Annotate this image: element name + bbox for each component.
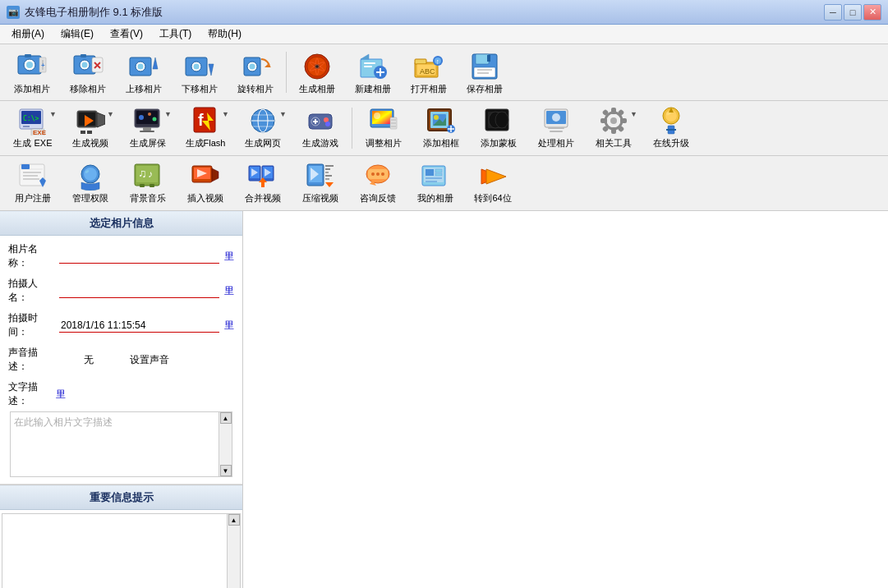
toolbar-sep2	[352, 108, 352, 149]
svg-point-68	[153, 117, 157, 122]
title-text: 友锋电子相册制作 9.1 标准版	[25, 5, 163, 20]
photographer-input[interactable]	[59, 284, 219, 298]
gen-video-label: 生成视频	[72, 137, 108, 149]
btn-bg-music[interactable]: ♫ ♪ 背景音乐	[120, 159, 176, 207]
btn-related-tools[interactable]: ▼ 相关工具	[586, 104, 642, 152]
text-desc-label: 文字描述：	[8, 380, 56, 408]
photo-time-label: 拍摄时间：	[8, 311, 56, 339]
svg-point-66	[139, 115, 144, 120]
photo-name-link[interactable]: 里	[224, 250, 234, 264]
svg-point-2	[26, 62, 33, 68]
scroll-up-btn[interactable]: ▲	[220, 412, 232, 424]
svg-point-164	[376, 172, 380, 176]
main-area: 选定相片信息 相片名称： 里 拍摄人名： 里 拍摄时间： 里 声音描述	[0, 211, 888, 588]
photo-time-input[interactable]	[59, 319, 219, 333]
text-desc-link[interactable]: 里	[56, 388, 66, 402]
svg-point-110	[610, 117, 617, 124]
btn-save-album[interactable]: 保存相册	[458, 48, 512, 97]
btn-gen-video[interactable]: ▼ 生成视频	[62, 104, 118, 152]
svg-rect-151	[261, 182, 265, 187]
btn-my-album[interactable]: 我的相册	[407, 159, 463, 207]
minimize-button[interactable]: ─	[824, 4, 842, 21]
gen-screensaver-dropdown-icon: ▼	[164, 110, 172, 118]
maximize-button[interactable]: □	[844, 4, 862, 21]
btn-remove-photo[interactable]: 移除相片	[61, 48, 115, 97]
photo-name-input[interactable]	[59, 250, 219, 264]
btn-gen-screensaver[interactable]: ▼ 生成屏保	[120, 104, 176, 152]
open-album-icon: ABC ↑	[412, 51, 445, 82]
svg-point-81	[325, 122, 330, 126]
gen-exe-icon: C:\> EXE	[17, 106, 48, 136]
scroll-down-btn[interactable]: ▼	[220, 465, 232, 476]
gen-album-label: 生成相册	[299, 84, 335, 94]
menu-tools[interactable]: 工具(T)	[151, 25, 200, 43]
svg-rect-35	[364, 66, 372, 67]
svg-rect-171	[435, 173, 442, 176]
svg-rect-3	[25, 54, 31, 57]
svg-text:+: +	[41, 62, 45, 69]
gen-album-icon	[301, 51, 334, 82]
svg-text:EXE: EXE	[33, 129, 47, 136]
text-area-scrollbar[interactable]: ▲ ▼	[219, 412, 232, 476]
gen-exe-label: 生成 EXE	[13, 137, 52, 149]
btn-rotate-photo[interactable]: 旋转相片	[228, 48, 283, 97]
btn-process-photo[interactable]: 处理相片	[528, 104, 584, 152]
svg-rect-138	[140, 184, 145, 187]
photographer-link[interactable]: 里	[224, 284, 234, 298]
photo-time-link[interactable]: 里	[224, 319, 234, 333]
btn-merge-video[interactable]: 合并视频	[235, 159, 291, 207]
svg-rect-108	[550, 131, 563, 132]
gen-video-dropdown-icon: ▼	[107, 110, 114, 118]
btn-adjust-photo[interactable]: 调整相片	[356, 104, 412, 152]
menu-help[interactable]: 帮助(H)	[200, 25, 250, 43]
btn-gen-flash[interactable]: ▼ f 生成Flash	[177, 104, 233, 152]
merge-video-icon	[247, 163, 278, 191]
svg-rect-112	[611, 127, 616, 134]
gen-web-dropdown-icon: ▼	[279, 110, 287, 118]
btn-gen-web[interactable]: ▼ 生成网页	[235, 104, 291, 152]
btn-up-photo[interactable]: 上移相片	[117, 48, 171, 97]
text-area-container: 在此输入相片文字描述 ▲ ▼	[10, 411, 232, 477]
important-scrollbar[interactable]: ▲ ▼	[227, 514, 240, 588]
btn-open-album[interactable]: ABC ↑ 打开相册	[402, 48, 456, 97]
btn-gen-game[interactable]: 生成游戏	[292, 104, 348, 152]
sound-label: 声音描述：	[8, 346, 56, 374]
title-bar-left: 📷 友锋电子相册制作 9.1 标准版	[7, 5, 163, 20]
btn-down-photo[interactable]: 下移相片	[173, 48, 227, 97]
btn-gen-exe[interactable]: ▼ C:\> EXE 生成 EXE	[5, 104, 61, 152]
btn-insert-video[interactable]: 插入视频	[177, 159, 233, 207]
menu-view[interactable]: 查看(V)	[102, 25, 151, 43]
gen-video-icon	[75, 106, 106, 136]
open-album-label: 打开相册	[411, 84, 447, 94]
sound-set-btn[interactable]: 设置声音	[130, 353, 169, 367]
btn-compress-video[interactable]: 压缩视频	[292, 159, 348, 207]
btn-add-frame[interactable]: 添加相框	[413, 104, 469, 152]
text-desc-row: 文字描述： 里	[8, 380, 234, 408]
menu-edit[interactable]: 编辑(E)	[53, 25, 102, 43]
compress-video-label: 压缩视频	[302, 192, 338, 204]
svg-text:C:\>: C:\>	[23, 115, 39, 122]
goto-64bit-icon	[477, 163, 508, 191]
close-button[interactable]: ✕	[863, 4, 881, 21]
btn-add-mask[interactable]: 添加蒙板	[471, 104, 527, 152]
btn-feedback[interactable]: 咨询反馈	[350, 159, 406, 207]
app-icon: 📷	[7, 6, 20, 19]
menu-album[interactable]: 相册(A)	[3, 25, 53, 43]
adjust-photo-label: 调整相片	[366, 137, 402, 149]
process-photo-label: 处理相片	[538, 137, 574, 149]
important-content	[6, 517, 223, 588]
btn-online-upgrade[interactable]: 在线升级	[643, 104, 699, 152]
svg-rect-62	[81, 131, 85, 134]
svg-point-132	[84, 168, 97, 181]
compress-video-icon	[305, 163, 336, 191]
important-scroll-up[interactable]: ▲	[228, 514, 240, 526]
btn-goto-64bit[interactable]: 转到64位	[465, 159, 521, 207]
btn-user-register[interactable]: 用户注册	[5, 159, 61, 207]
btn-manage-permissions[interactable]: 管理权限	[62, 159, 118, 207]
svg-marker-21	[209, 64, 214, 76]
toolbar-row1: + 添加相片 移除相片 上移相	[0, 44, 888, 101]
related-tools-label: 相关工具	[596, 137, 632, 149]
btn-gen-album[interactable]: 生成相册	[290, 48, 344, 97]
btn-add-photo[interactable]: + 添加相片	[5, 48, 59, 97]
btn-new-album[interactable]: 新建相册	[346, 48, 400, 97]
